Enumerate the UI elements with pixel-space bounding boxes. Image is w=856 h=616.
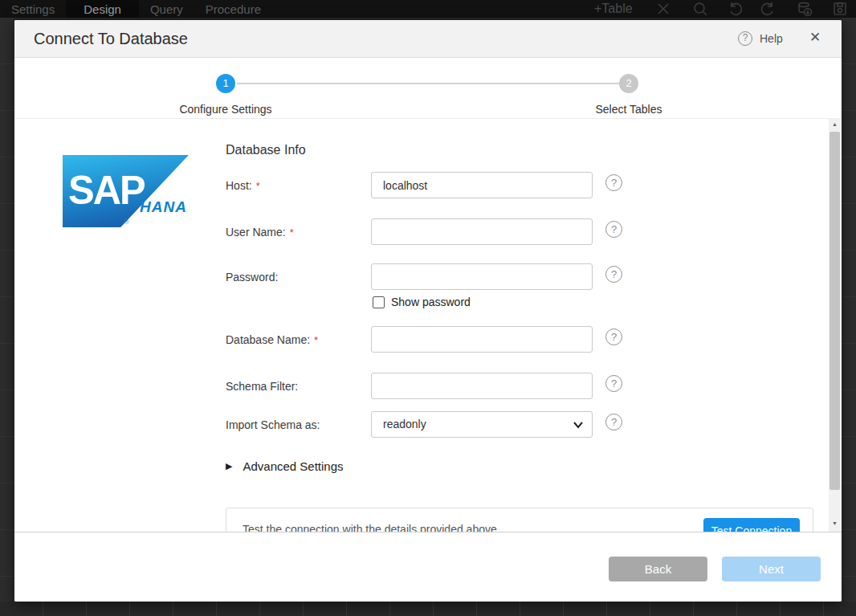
host-input[interactable] bbox=[371, 172, 593, 198]
redo-icon[interactable] bbox=[760, 1, 776, 17]
username-help-icon[interactable]: ? bbox=[605, 221, 622, 238]
chevron-down-icon bbox=[573, 421, 584, 429]
test-connection-button[interactable]: Test Connection bbox=[703, 518, 800, 532]
step-2-circle: 2 bbox=[619, 74, 638, 93]
username-input[interactable] bbox=[371, 218, 593, 245]
schema-filter-input[interactable] bbox=[371, 373, 593, 399]
sap-logo-shape: SAP bbox=[63, 155, 189, 227]
dialog-footer: Back Next bbox=[14, 532, 842, 602]
import-schema-label-text: Import Schema as: bbox=[226, 418, 320, 431]
required-marker: * bbox=[314, 334, 318, 346]
step-1-label: Configure Settings bbox=[137, 103, 314, 116]
sap-hana-logo: SAP HANA ® bbox=[63, 155, 189, 229]
caret-right-icon: ▶ bbox=[226, 461, 232, 471]
host-help-icon[interactable]: ? bbox=[605, 174, 622, 191]
connect-to-database-dialog: Connect To Database ? Help ✕ 1 2 Configu… bbox=[14, 20, 842, 602]
show-password-label[interactable]: Show password bbox=[391, 296, 471, 308]
registered-trademark: ® bbox=[124, 218, 129, 226]
add-table-button[interactable]: +Table bbox=[594, 0, 633, 17]
step-wizard: 1 2 Configure Settings Select Tables bbox=[14, 58, 842, 119]
import-schema-help-icon[interactable]: ? bbox=[605, 414, 622, 430]
hana-logo-text: HANA bbox=[140, 198, 187, 216]
step-connector-line bbox=[237, 83, 619, 84]
database-name-input[interactable] bbox=[371, 326, 593, 353]
tab-design[interactable]: Design bbox=[66, 0, 139, 18]
schema-filter-label: Schema Filter: bbox=[226, 380, 298, 393]
password-help-icon[interactable]: ? bbox=[605, 266, 622, 283]
test-connection-section: Test the connection with the details pro… bbox=[226, 508, 813, 532]
required-marker: * bbox=[256, 180, 260, 192]
background-grid-right bbox=[842, 18, 856, 616]
show-password-checkbox[interactable] bbox=[373, 296, 385, 308]
advanced-settings-label: Advanced Settings bbox=[243, 459, 343, 473]
close-dialog-button[interactable]: ✕ bbox=[806, 29, 824, 46]
step-1-circle: 1 bbox=[216, 74, 235, 93]
schema-filter-label-text: Schema Filter: bbox=[226, 380, 298, 393]
step-2-label: Select Tables bbox=[540, 103, 717, 116]
host-label-text: Host: bbox=[226, 179, 252, 192]
save-icon[interactable] bbox=[832, 1, 848, 17]
database-name-help-icon[interactable]: ? bbox=[605, 328, 622, 345]
background-grid-bottom bbox=[0, 602, 856, 616]
password-label-text: Password: bbox=[226, 271, 278, 284]
search-icon[interactable] bbox=[692, 1, 708, 17]
help-button[interactable]: ? Help bbox=[738, 31, 783, 46]
schema-filter-help-icon[interactable]: ? bbox=[605, 375, 622, 392]
password-input[interactable] bbox=[371, 263, 593, 290]
host-label: Host:* bbox=[226, 179, 260, 192]
close-icon[interactable] bbox=[655, 1, 671, 17]
dialog-header: Connect To Database ? Help ✕ bbox=[14, 20, 842, 58]
database-name-label-text: Database Name: bbox=[226, 333, 310, 346]
required-marker: * bbox=[290, 226, 294, 239]
tab-query[interactable]: Query bbox=[139, 0, 194, 18]
next-button[interactable]: Next bbox=[722, 557, 821, 581]
export-data-icon[interactable] bbox=[797, 1, 813, 17]
username-label: User Name:* bbox=[226, 226, 294, 239]
background-grid-left bbox=[0, 18, 14, 616]
test-connection-note: Test the connection with the details pro… bbox=[243, 523, 497, 532]
form-heading: Database Info bbox=[226, 143, 306, 157]
scrollbar-thumb[interactable] bbox=[830, 132, 840, 490]
username-label-text: User Name: bbox=[226, 226, 286, 239]
content-scrollbar[interactable]: ▲ ▼ bbox=[829, 119, 841, 532]
tab-settings[interactable]: Settings bbox=[0, 0, 66, 18]
sap-logo-text: SAP bbox=[68, 167, 145, 213]
import-schema-select[interactable]: readonly bbox=[371, 411, 593, 438]
undo-icon[interactable] bbox=[728, 1, 744, 17]
help-label: Help bbox=[760, 32, 783, 45]
dialog-title: Connect To Database bbox=[34, 30, 188, 48]
database-name-label: Database Name:* bbox=[226, 333, 318, 346]
dialog-content: SAP HANA ® Database Info Host:* ? User N… bbox=[14, 119, 842, 532]
import-schema-label: Import Schema as: bbox=[226, 418, 320, 431]
tab-procedure[interactable]: Procedure bbox=[194, 0, 272, 18]
scroll-down-arrow-icon[interactable]: ▼ bbox=[829, 518, 841, 529]
advanced-settings-toggle[interactable]: ▶ Advanced Settings bbox=[226, 459, 344, 473]
scroll-up-arrow-icon[interactable]: ▲ bbox=[829, 119, 841, 130]
background-topbar: Settings Design Query Procedure +Table bbox=[0, 0, 856, 18]
password-label: Password: bbox=[226, 271, 278, 284]
back-button[interactable]: Back bbox=[609, 557, 707, 581]
import-schema-selected-value: readonly bbox=[383, 418, 426, 430]
help-icon: ? bbox=[738, 31, 752, 46]
show-password-row: Show password bbox=[373, 296, 471, 308]
